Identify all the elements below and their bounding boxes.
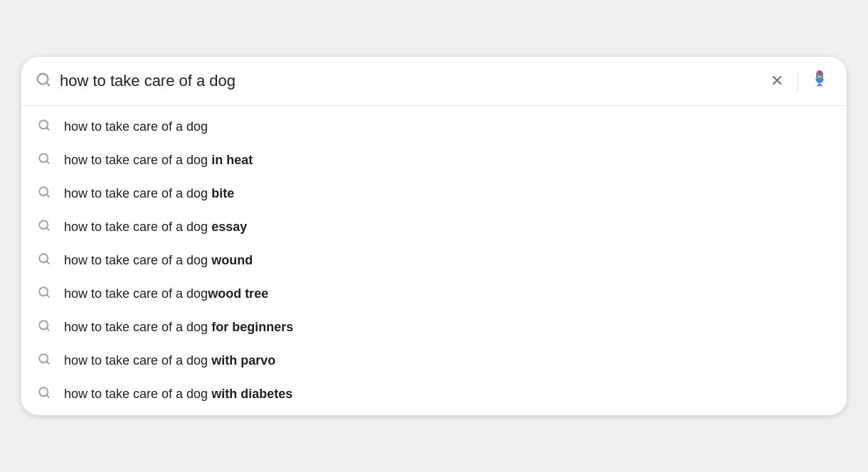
- suggestion-item-8[interactable]: how to take care of a dog with parvo: [21, 344, 847, 377]
- suggestion-search-icon: [36, 219, 53, 235]
- suggestion-item-1[interactable]: how to take care of a dog: [21, 110, 847, 144]
- suggestion-text-9: how to take care of a dog with diabetes: [64, 387, 292, 402]
- suggestion-search-icon: [36, 252, 53, 269]
- suggestion-item-4[interactable]: how to take care of a dog essay: [21, 210, 847, 244]
- suggestion-item-9[interactable]: how to take care of a dog with diabetes: [21, 377, 847, 411]
- search-container: ✕ how to take care of a doghow to take c…: [21, 57, 847, 415]
- suggestion-text-6: how to take care of a dogwood tree: [64, 286, 268, 301]
- suggestion-search-icon: [36, 319, 53, 336]
- suggestion-text-8: how to take care of a dog with parvo: [64, 353, 275, 368]
- suggestion-search-icon: [36, 186, 53, 202]
- svg-line-14: [46, 227, 48, 230]
- svg-line-16: [46, 261, 48, 263]
- svg-rect-3: [818, 75, 822, 78]
- svg-line-20: [46, 328, 48, 330]
- divider: [798, 71, 798, 91]
- microphone-button[interactable]: [807, 67, 832, 95]
- search-input-row: ✕: [21, 57, 847, 106]
- svg-line-12: [46, 194, 48, 196]
- suggestion-item-3[interactable]: how to take care of a dog bite: [21, 177, 847, 210]
- svg-rect-2: [818, 70, 822, 75]
- svg-line-18: [46, 294, 48, 296]
- suggestion-search-icon: [36, 152, 53, 168]
- suggestion-text-2: how to take care of a dog in heat: [64, 153, 253, 168]
- search-input[interactable]: [60, 72, 756, 90]
- suggestion-text-7: how to take care of a dog for beginners: [64, 320, 293, 335]
- suggestion-text-1: how to take care of a dog: [64, 119, 208, 134]
- suggestion-search-icon: [36, 119, 53, 135]
- suggestion-item-7[interactable]: how to take care of a dog for beginners: [21, 311, 847, 344]
- search-icon: [36, 72, 51, 91]
- svg-line-24: [46, 395, 48, 397]
- svg-line-10: [46, 161, 48, 163]
- suggestions-list: how to take care of a doghow to take car…: [21, 106, 847, 415]
- suggestion-search-icon: [36, 386, 53, 402]
- svg-line-22: [46, 361, 48, 363]
- suggestion-text-5: how to take care of a dog wound: [64, 253, 253, 268]
- suggestion-text-4: how to take care of a dog essay: [64, 220, 247, 235]
- svg-rect-4: [818, 78, 822, 79]
- suggestion-item-2[interactable]: how to take care of a dog in heat: [21, 144, 847, 177]
- suggestion-item-5[interactable]: how to take care of a dog wound: [21, 244, 847, 277]
- clear-icon[interactable]: ✕: [765, 69, 789, 93]
- svg-line-8: [46, 127, 48, 129]
- suggestion-search-icon: [36, 353, 53, 369]
- suggestion-item-6[interactable]: how to take care of a dogwood tree: [21, 277, 847, 311]
- svg-line-1: [46, 82, 49, 85]
- suggestion-search-icon: [36, 286, 53, 302]
- suggestion-text-3: how to take care of a dog bite: [64, 186, 234, 201]
